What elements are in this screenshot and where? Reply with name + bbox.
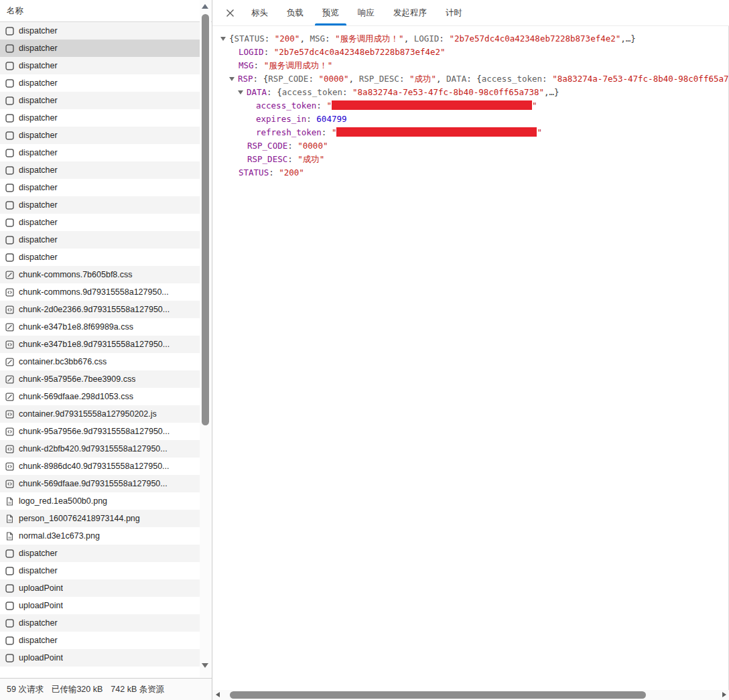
request-row[interactable]: chunk-commons.7b605bf8.css <box>0 266 200 283</box>
request-row[interactable]: chunk-d2bfb420.9d79315558a127950... <box>0 440 200 458</box>
request-row[interactable]: container.9d79315558a127950202.js <box>0 405 200 423</box>
request-row[interactable]: dispatcher <box>0 92 200 109</box>
json-punctuation: : <box>439 33 449 44</box>
tab-headers[interactable]: 标头 <box>243 0 277 25</box>
request-row[interactable]: dispatcher <box>0 545 200 562</box>
scroll-right-icon[interactable] <box>722 692 726 697</box>
request-name: dispatcher <box>19 61 58 70</box>
json-key: LOGID <box>239 47 264 57</box>
json-preview-key: LOGID <box>414 33 440 44</box>
request-row[interactable]: dispatcher <box>0 614 200 632</box>
request-row[interactable]: chunk-569dfaae.9d79315558a127950... <box>0 475 200 492</box>
json-string: "0000" <box>297 141 328 151</box>
request-row[interactable]: uploadPoint <box>0 649 200 667</box>
json-tree-line[interactable]: {STATUS: "200", MSG: "服务调用成功！", LOGID: "… <box>220 32 728 46</box>
request-row[interactable]: normal.d3e1c673.png <box>0 527 200 545</box>
request-row[interactable]: dispatcher <box>0 57 200 74</box>
request-row[interactable]: dispatcher <box>0 22 200 40</box>
js-icon <box>5 305 14 314</box>
request-row[interactable]: dispatcher <box>0 127 200 144</box>
json-tree-line[interactable]: STATUS: "200" <box>220 166 728 180</box>
json-tree-line[interactable]: RSP: {RSP_CODE: "0000", RSP_DESC: "成功", … <box>220 72 728 86</box>
request-row[interactable]: container.bc3bb676.css <box>0 353 200 370</box>
scroll-down-icon[interactable] <box>202 663 208 668</box>
close-detail-button[interactable] <box>218 0 242 25</box>
request-list-panel: 名称 dispatcherdispatcherdispatcherdispatc… <box>0 0 212 700</box>
xhr-icon <box>5 654 14 662</box>
json-punctuation: : <box>316 100 326 111</box>
request-row[interactable]: dispatcher <box>0 161 200 179</box>
tab-response[interactable]: 响应 <box>349 0 383 25</box>
json-string: "0000" <box>318 74 348 84</box>
json-tree-line[interactable]: DATA: {access_token: "8a83274a-7e53-47fc… <box>220 86 728 99</box>
request-row[interactable]: chunk-569dfaae.298d1053.css <box>0 388 200 405</box>
json-string: "200" <box>275 33 300 44</box>
json-punctuation: : <box>542 74 552 84</box>
request-row[interactable]: chunk-95a7956e.9d79315558a127950... <box>0 423 200 440</box>
json-tree-line[interactable]: refresh_token: "" <box>220 126 728 139</box>
tab-preview[interactable]: 预览 <box>314 0 348 25</box>
tab-timing[interactable]: 计时 <box>437 0 471 25</box>
request-row[interactable]: dispatcher <box>0 231 200 249</box>
json-punctuation: : <box>265 33 275 44</box>
request-row[interactable]: chunk-2d0e2366.9d79315558a127950... <box>0 301 200 318</box>
request-name: dispatcher <box>19 235 58 244</box>
tab-payload[interactable]: 负载 <box>278 0 312 25</box>
request-row[interactable]: chunk-commons.9d79315558a127950... <box>0 283 200 301</box>
request-row[interactable]: dispatcher <box>0 562 200 579</box>
request-row[interactable]: uploadPoint <box>0 579 200 597</box>
name-column-header[interactable]: 名称 <box>0 0 212 22</box>
vertical-scroll-thumb[interactable] <box>202 14 209 425</box>
request-row[interactable]: dispatcher <box>0 40 200 57</box>
json-punctuation: : { <box>253 74 269 84</box>
scroll-left-icon[interactable] <box>216 692 220 697</box>
redacted-token <box>332 100 532 110</box>
request-name: chunk-95a7956e.9d79315558a127950... <box>19 427 170 436</box>
request-name: dispatcher <box>19 183 58 192</box>
json-preview-key: RSP_CODE <box>268 74 308 84</box>
request-name: container.bc3bb676.css <box>19 357 107 366</box>
request-row[interactable]: dispatcher <box>0 109 200 127</box>
json-tree-line[interactable]: MSG: "服务调用成功！" <box>220 59 728 72</box>
image-icon <box>5 514 14 523</box>
expander-triangle-icon[interactable] <box>220 37 226 41</box>
request-row[interactable]: dispatcher <box>0 196 200 214</box>
request-row[interactable]: chunk-95a7956e.7bee3909.css <box>0 370 200 388</box>
json-tree-line[interactable]: LOGID: "2b7e57dc4c0a42348eb7228b873ef4e2… <box>220 46 728 59</box>
js-icon <box>5 480 14 488</box>
horizontal-scrollbar[interactable] <box>212 690 729 700</box>
js-icon <box>5 340 14 349</box>
request-row[interactable]: person_1600762418973144.png <box>0 510 200 527</box>
request-row[interactable]: logo_red.1ea500b0.png <box>0 492 200 510</box>
json-tree-line[interactable]: access_token: "" <box>220 99 728 113</box>
expander-triangle-icon[interactable] <box>238 90 243 94</box>
json-tree-line[interactable]: RSP_CODE: "0000" <box>220 139 728 153</box>
request-row[interactable]: dispatcher <box>0 632 200 649</box>
expander-triangle-icon[interactable] <box>229 77 235 81</box>
json-tree-line[interactable]: expires_in: 604799 <box>220 113 728 126</box>
json-tree-line[interactable]: RSP_DESC: "成功" <box>220 153 728 166</box>
horizontal-scroll-thumb[interactable] <box>230 691 646 699</box>
json-string: "2b7e57dc4c0a42348eb7228b873ef4e2" <box>274 47 446 57</box>
request-row[interactable]: chunk-e347b1e8.9d79315558a127950... <box>0 336 200 353</box>
request-row[interactable]: chunk-8986dc40.9d79315558a127950... <box>0 458 200 475</box>
json-key: RSP <box>238 74 253 84</box>
request-row[interactable]: uploadPoint <box>0 597 200 614</box>
request-row[interactable]: dispatcher <box>0 144 200 161</box>
tab-initiator[interactable]: 发起程序 <box>385 0 436 25</box>
scroll-up-icon[interactable] <box>202 4 208 9</box>
vertical-scrollbar[interactable] <box>200 0 211 677</box>
request-row[interactable]: dispatcher <box>0 214 200 231</box>
request-row[interactable]: dispatcher <box>0 249 200 266</box>
js-icon <box>5 410 14 419</box>
request-name: dispatcher <box>19 44 58 53</box>
request-name: dispatcher <box>19 113 58 123</box>
json-punctuation: : <box>254 60 264 70</box>
request-name: dispatcher <box>19 96 58 105</box>
xhr-icon <box>5 96 14 105</box>
request-row[interactable]: dispatcher <box>0 74 200 92</box>
close-icon <box>225 8 235 18</box>
request-row[interactable]: dispatcher <box>0 179 200 196</box>
json-string: " <box>332 127 337 137</box>
request-row[interactable]: chunk-e347b1e8.8f69989a.css <box>0 318 200 336</box>
